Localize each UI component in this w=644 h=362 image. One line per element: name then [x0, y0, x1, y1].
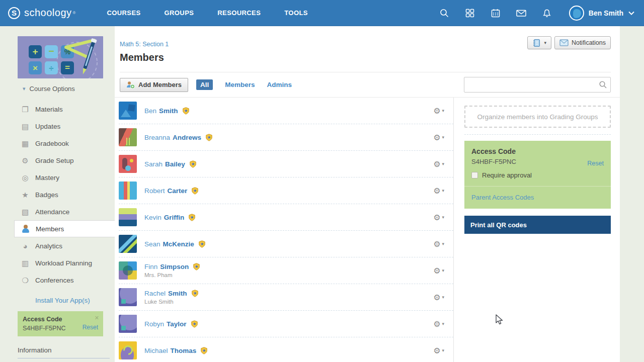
apps-grid-icon[interactable] [464, 8, 475, 19]
member-avatar[interactable] [119, 208, 137, 226]
schoology-app: S schoology ® COURSESGROUPSRESOURCESTOOL… [0, 0, 644, 362]
sidebar-item-materials[interactable]: ❐Materials [0, 101, 115, 118]
member-actions-gear[interactable]: ⚙ ▾ [433, 106, 444, 116]
close-icon[interactable]: ✕ [95, 315, 99, 321]
member-last-name[interactable]: Bailey [165, 160, 185, 168]
member-last-name[interactable]: Thomas [171, 347, 197, 354]
member-actions-gear[interactable]: ⚙ ▾ [433, 266, 444, 276]
attendance-book-button[interactable]: ▾ [527, 36, 551, 49]
search-icon[interactable] [599, 80, 607, 91]
organize-grading-groups-button[interactable]: Organize members into Grading Groups [464, 106, 611, 128]
mastery-icon: ◎ [20, 174, 30, 182]
member-avatar[interactable] [119, 235, 137, 253]
search-icon[interactable] [439, 8, 450, 19]
install-apps-link[interactable]: Install Your App(s) [35, 297, 115, 304]
sidebar-item-attendance[interactable]: ▧Attendance [0, 203, 115, 220]
member-row: Finn Simpson ★ Mrs. Pham ⚙ ▾ [119, 257, 453, 284]
filter-all[interactable]: All [196, 79, 213, 90]
sidebar-item-analytics[interactable]: ◕Analytics [0, 237, 115, 254]
sidebar-item-workload-planning[interactable]: ▥Workload Planning [0, 254, 115, 272]
user-menu[interactable]: Ben Smith [569, 6, 635, 21]
member-actions-gear[interactable]: ⚙ ▾ [433, 186, 444, 196]
sidebar-item-grade-setup[interactable]: ⚙Grade Setup [0, 152, 115, 169]
member-avatar[interactable] [119, 341, 137, 359]
nav-resources[interactable]: RESOURCES [217, 9, 261, 17]
member-subtitle: Mrs. Pham [144, 272, 200, 278]
member-first-name[interactable]: Robyn [144, 320, 164, 328]
member-first-name[interactable]: Finn [144, 263, 157, 270]
mail-icon[interactable] [516, 8, 527, 19]
search-input[interactable] [464, 77, 611, 93]
course-sidebar: + − % × ÷ = ▾ Course Options ❐Materials▤… [0, 26, 115, 362]
member-first-name[interactable]: Robert [144, 187, 165, 195]
reset-access-code-link[interactable]: Reset [83, 324, 98, 331]
member-avatar[interactable] [119, 315, 137, 333]
nav-tools[interactable]: TOOLS [284, 9, 308, 17]
sidebar-item-members[interactable]: Members [14, 220, 115, 237]
organize-label: Organize members into Grading Groups [477, 113, 598, 121]
schoology-logo[interactable]: S schoology ® [8, 7, 75, 19]
course-image[interactable]: + − % × ÷ = [18, 36, 103, 78]
member-last-name[interactable]: Carter [168, 187, 188, 195]
gear-icon: ⚙ [433, 159, 440, 169]
member-avatar[interactable] [119, 261, 137, 280]
member-last-name[interactable]: McKenzie [163, 240, 194, 248]
caret-down-icon: ▾ [442, 268, 444, 273]
print-qr-codes-button[interactable]: Print all QR codes [464, 216, 611, 234]
sidebar-item-label: Badges [35, 191, 58, 199]
breadcrumb[interactable]: Math 5: Section 1 [120, 41, 169, 48]
member-last-name[interactable]: Taylor [167, 320, 187, 328]
member-first-name[interactable]: Sean [144, 240, 160, 248]
member-actions-gear[interactable]: ⚙ ▾ [433, 133, 444, 142]
member-actions-gear[interactable]: ⚙ ▾ [433, 293, 444, 302]
svg-text:−: − [48, 46, 54, 56]
member-last-name[interactable]: Smith [159, 107, 178, 115]
member-avatar[interactable] [119, 182, 137, 200]
member-row: Breanna Andrews ★ ⚙ ▾ [119, 124, 453, 151]
nav-groups[interactable]: GROUPS [165, 9, 194, 17]
member-first-name[interactable]: Breanna [144, 134, 170, 141]
sidebar-item-conferences[interactable]: ❍Conferences [0, 272, 115, 289]
member-first-name[interactable]: Kevin [144, 214, 162, 221]
course-options-toggle[interactable]: ▾ Course Options [23, 85, 115, 93]
sidebar-item-gradebook[interactable]: ▦Gradebook [0, 135, 115, 152]
member-avatar[interactable] [119, 288, 137, 306]
member-first-name[interactable]: Michael [144, 347, 168, 354]
member-avatar[interactable] [119, 155, 137, 173]
member-actions-gear[interactable]: ⚙ ▾ [433, 159, 444, 169]
member-first-name[interactable]: Rachel [144, 290, 166, 297]
member-actions-gear[interactable]: ⚙ ▾ [433, 319, 444, 329]
member-row: Kevin Griffin ★ ⚙ ▾ [119, 204, 453, 231]
notebook-icon [532, 39, 541, 47]
schoology-s-icon: S [8, 7, 20, 19]
member-last-name[interactable]: Smith [168, 290, 187, 297]
require-approval-checkbox[interactable] [471, 172, 478, 178]
svg-text:★: ★ [192, 321, 196, 326]
nav-courses[interactable]: COURSES [107, 9, 140, 17]
parent-access-codes-link[interactable]: Parent Access Codes [471, 194, 534, 201]
filter-members[interactable]: Members [225, 81, 255, 88]
calendar-icon[interactable] [490, 8, 501, 19]
header-divider [120, 72, 611, 72]
member-first-name[interactable]: Ben [144, 107, 156, 115]
filter-admins[interactable]: Admins [267, 81, 292, 88]
materials-icon: ❐ [20, 106, 30, 113]
member-actions-gear[interactable]: ⚙ ▾ [433, 239, 444, 249]
member-actions-gear[interactable]: ⚙ ▾ [433, 346, 444, 355]
notifications-button[interactable]: Notifications [554, 36, 611, 49]
sidebar-item-mastery[interactable]: ◎Mastery [0, 169, 115, 186]
gear-icon: ⚙ [433, 266, 440, 276]
panel-header: Math 5: Section 1 Members ▾ Notification… [115, 26, 620, 72]
reset-access-code-link[interactable]: Reset [587, 160, 604, 167]
member-last-name[interactable]: Andrews [173, 134, 201, 141]
add-members-button[interactable]: Add Members [120, 78, 188, 92]
member-last-name[interactable]: Griffin [164, 214, 185, 221]
bell-icon[interactable] [541, 8, 552, 19]
member-last-name[interactable]: Simpson [160, 263, 189, 270]
member-actions-gear[interactable]: ⚙ ▾ [433, 213, 444, 222]
member-avatar[interactable] [119, 102, 137, 120]
member-avatar[interactable] [119, 128, 137, 146]
member-first-name[interactable]: Sarah [144, 160, 163, 168]
sidebar-item-updates[interactable]: ▤Updates [0, 118, 115, 135]
sidebar-item-badges[interactable]: ★Badges [0, 186, 115, 203]
